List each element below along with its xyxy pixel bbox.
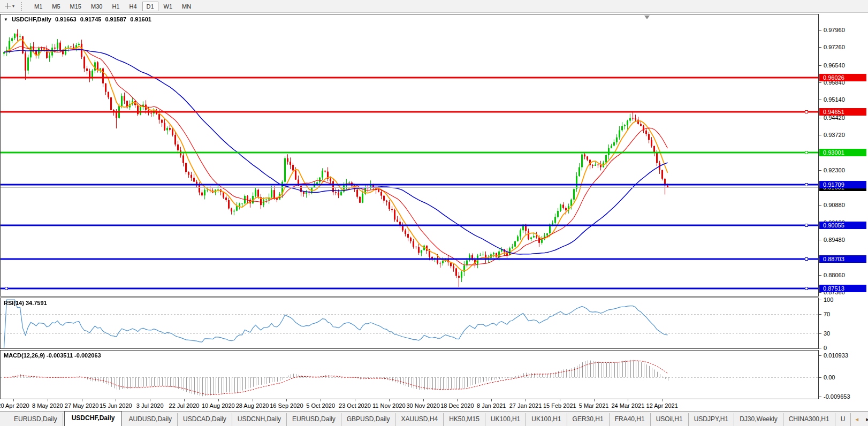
price-tick: 0.97960 <box>819 27 845 33</box>
date-label: 12 Apr 2021 <box>636 402 688 409</box>
price-level-label: 0.91709 <box>819 181 866 188</box>
tab-uk100-h1[interactable]: UK100,H1 <box>485 413 526 426</box>
tab-hk50-m15[interactable]: HK50,M15 <box>444 413 485 426</box>
rsi-label: RSI(14) 34.7591 <box>4 300 47 306</box>
timeframe-button-m30[interactable]: M30 <box>87 2 106 11</box>
toolbar-grip <box>21 2 24 11</box>
collapse-triangle-icon[interactable]: ▼ <box>4 17 8 22</box>
ohlc-open: 0.91663 <box>55 16 77 22</box>
date-tick <box>594 399 595 401</box>
date-tick <box>116 399 116 401</box>
date-axis[interactable]: 20 Apr 20208 May 202027 May 202015 Jun 2… <box>0 399 819 411</box>
timeframe-buttons: M1M5M15M30H1H4D1W1MN <box>29 2 196 11</box>
ohlc-close: 0.91601 <box>130 16 151 22</box>
macd-axis-tick: -0.009653 <box>819 393 850 400</box>
main-chart-canvas[interactable] <box>1 14 818 296</box>
price-tick: 0.90880 <box>819 202 845 208</box>
price-level-label: 0.87513 <box>819 285 866 292</box>
timeframe-button-m15[interactable]: M15 <box>66 2 86 11</box>
price-tick: 0.89480 <box>819 237 845 243</box>
date-tick <box>526 399 526 401</box>
date-tick <box>423 399 424 401</box>
rsi-canvas[interactable] <box>1 298 818 348</box>
price-level-label: 0.94651 <box>819 108 866 116</box>
tab-usdcad-daily[interactable]: USDCAD,Daily <box>178 413 232 426</box>
date-tick <box>13 399 14 401</box>
price-level-label: 0.93001 <box>819 149 866 156</box>
timeframe-button-d1[interactable]: D1 <box>142 2 158 11</box>
tab-eurusd-daily[interactable]: EURUSD,Daily <box>287 413 341 426</box>
tab-scroll-left-icon[interactable]: ◄ <box>854 416 859 422</box>
price-tick: 0.88060 <box>819 272 845 278</box>
date-tick <box>662 399 663 401</box>
chart-window: ▼ USDCHF,Daily 0.91663 0.91745 0.91587 0… <box>0 13 868 411</box>
rsi-axis-tick: 0 <box>819 345 827 351</box>
chart-title: ▼ USDCHF,Daily 0.91663 0.91745 0.91587 0… <box>4 16 151 22</box>
price-axis[interactable]: 0.979600.972600.965400.958400.951400.944… <box>819 13 868 411</box>
tab-gbpusd-daily[interactable]: GBPUSD,Daily <box>341 413 396 426</box>
macd-axis-tick: 0.010933 <box>819 352 848 359</box>
date-tick <box>560 399 560 401</box>
tab-ger30-h1[interactable]: GER30,H1 <box>567 413 610 426</box>
price-tick: 0.93720 <box>819 132 845 138</box>
date-tick <box>184 399 185 401</box>
tab-scroll-right-icon[interactable]: ► <box>865 416 868 422</box>
chevron-down-icon: ▾ <box>12 4 14 9</box>
price-tick: 0.95140 <box>819 96 845 103</box>
macd-axis-tick: 0.00 <box>819 374 835 381</box>
date-tick <box>628 399 628 401</box>
rsi-axis-tick: 100 <box>819 296 833 303</box>
chart-symbol: USDCHF,Daily <box>12 16 51 22</box>
tab-dj30-weekly[interactable]: DJ30,Weekly <box>734 413 783 426</box>
rsi-axis-tick: 70 <box>819 311 830 317</box>
timeframe-button-w1[interactable]: W1 <box>159 2 177 11</box>
main-chart-pane: ▼ USDCHF,Daily 0.91663 0.91745 0.91587 0… <box>0 14 819 296</box>
tab-xauusd-h4[interactable]: XAUUSD,H4 <box>395 413 444 426</box>
date-tick <box>355 399 355 401</box>
ohlc-low: 0.91587 <box>105 16 126 22</box>
rsi-pane: RSI(14) 34.7591 <box>0 298 819 349</box>
price-tick: 0.92300 <box>819 167 845 173</box>
date-tick <box>48 399 48 401</box>
timeframe-button-h1[interactable]: H1 <box>108 2 124 11</box>
rsi-axis-tick: 30 <box>819 330 830 337</box>
tab-fra40-h1[interactable]: FRA40,H1 <box>610 413 651 426</box>
tab-china300-h1[interactable]: CHINA300,H1 <box>783 413 835 426</box>
timeframe-button-m1[interactable]: M1 <box>30 2 47 11</box>
chart-shift-marker-icon <box>644 16 650 19</box>
macd-canvas[interactable] <box>1 351 818 399</box>
cursor-tool-button[interactable]: ▾ <box>3 2 17 10</box>
price-level-label: 0.90055 <box>819 222 866 229</box>
date-tick <box>321 399 321 401</box>
date-tick <box>82 399 82 401</box>
tab-audusd-daily[interactable]: AUDUSD,Daily <box>123 413 178 426</box>
macd-pane: MACD(12,26,9) -0.003511 -0.002063 <box>0 350 819 399</box>
crosshair-icon <box>5 3 11 9</box>
ohlc-high: 0.91745 <box>80 16 102 22</box>
price-level-label: 0.88703 <box>819 255 866 263</box>
tab-usdcnh-daily[interactable]: USDCNH,Daily <box>232 413 287 426</box>
date-tick <box>491 399 492 401</box>
timeframe-button-mn[interactable]: MN <box>178 2 195 11</box>
date-tick <box>150 399 150 401</box>
tab-usdjpy-h1[interactable]: USDJPY,H1 <box>689 413 734 426</box>
macd-label: MACD(12,26,9) -0.003511 -0.002063 <box>4 352 101 359</box>
timeframe-button-h4[interactable]: H4 <box>125 2 141 11</box>
tab-u[interactable]: U <box>835 413 851 426</box>
tab-uk100-h1[interactable]: UK100,H1 <box>526 413 567 426</box>
timeframe-button-m5[interactable]: M5 <box>48 2 64 11</box>
date-tick <box>218 399 219 401</box>
price-tick: 0.97260 <box>819 44 845 50</box>
date-tick <box>286 399 287 401</box>
date-tick <box>253 399 253 401</box>
tab-usoil-h1[interactable]: USOil,H1 <box>651 413 689 426</box>
tab-bar: EURUSD,DailyUSDCHF,DailyAUDUSD,DailyUSDC… <box>0 411 868 426</box>
price-tick: 0.96540 <box>819 62 845 69</box>
date-tick <box>389 399 390 401</box>
date-tick <box>457 399 458 401</box>
tab-scroll-arrows: ◄ ► <box>851 416 868 426</box>
tab-eurusd-daily[interactable]: EURUSD,Daily <box>9 413 63 426</box>
tab-usdchf-daily[interactable]: USDCHF,Daily <box>64 411 123 426</box>
timeframe-toolbar: ▾ M1M5M15M30H1H4D1W1MN <box>0 0 868 13</box>
price-level-label: 0.96026 <box>819 74 866 81</box>
